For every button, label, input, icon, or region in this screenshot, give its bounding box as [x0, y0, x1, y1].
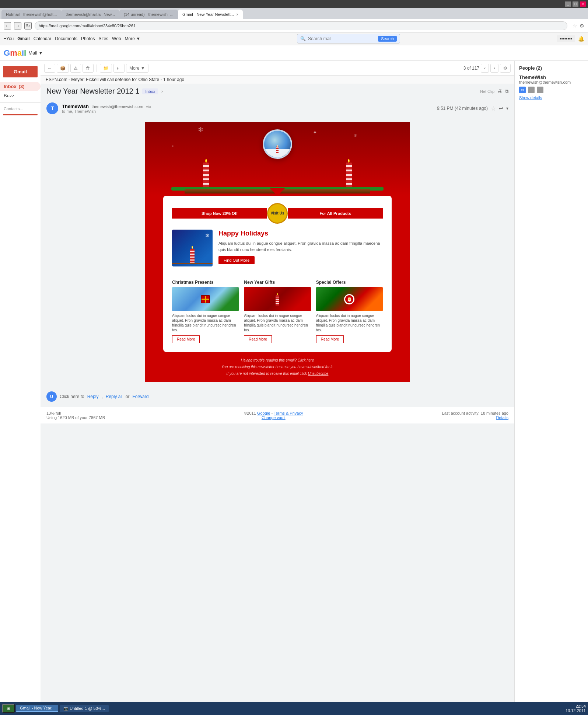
more-link[interactable]: More ▼	[125, 36, 141, 41]
email-tag-close[interactable]: ×	[161, 89, 163, 94]
search-input[interactable]	[308, 36, 376, 41]
section2-read-more-button[interactable]: Read More	[244, 335, 272, 343]
show-details-link[interactable]: Show details	[519, 95, 542, 100]
click-here-link[interactable]: Click here	[298, 358, 314, 362]
contact-icon-chat[interactable]	[528, 87, 535, 93]
reply-link[interactable]: Reply	[87, 394, 99, 399]
back-to-inbox-button[interactable]: ←	[44, 64, 55, 73]
delete-button[interactable]: 🗑	[83, 64, 94, 73]
sender-via: via	[146, 104, 151, 109]
url-bar[interactable]: https://mail.google.com/mail/#inbox/234c…	[35, 21, 567, 30]
tab-close-icon[interactable]: ×	[236, 13, 238, 17]
more-button[interactable]: More ▼	[126, 64, 148, 73]
find-out-more-button[interactable]: Find Out More	[218, 256, 255, 264]
taskbar-gmail-item[interactable]: Gmail - New Year...	[16, 705, 58, 712]
browser-tab-2[interactable]: themewish@mail.ru: New...	[61, 10, 119, 19]
happy-holidays-title: Happy Holidays	[218, 230, 383, 237]
net-clip-label: Net Clip	[480, 89, 494, 94]
section3-title: Special Offers	[316, 280, 383, 285]
forward-link[interactable]: Forward	[132, 394, 148, 399]
star-button[interactable]: ☆	[491, 105, 496, 112]
taskbar-ps-item[interactable]: 📷 Untitled-1 @ 50%...	[60, 705, 109, 712]
section3-image: 🎅	[316, 287, 383, 311]
sender-to-info[interactable]: to me, ThemeWish	[62, 109, 433, 114]
next-email-button[interactable]: ›	[490, 64, 498, 73]
sender-name-row: ThemeWish themewish@themewish.com via	[62, 104, 433, 109]
back-button[interactable]: ←	[4, 22, 11, 29]
search-button[interactable]: Search	[378, 36, 397, 42]
mail-label: Mail	[28, 50, 37, 56]
contact-name: ThemeWish	[519, 74, 584, 80]
tab-label-3: (14 unread) - themewish -...	[124, 12, 174, 17]
happy-holidays-section: ❄ Happy Holidays Aliqu	[172, 230, 383, 266]
taskbar-clock: 22:34 13.12.2011	[566, 704, 586, 713]
taskbar-ps-label: 📷 Untitled-1 @ 50%...	[63, 706, 105, 711]
wrench-icon[interactable]: ⚙	[580, 23, 584, 29]
notifications-icon[interactable]: 🔔	[578, 36, 584, 42]
photos-link[interactable]: Photos	[81, 36, 95, 41]
browser-tab-4[interactable]: Gmail - New Year Newslett... ×	[178, 10, 243, 19]
contact-icon-mail[interactable]: ✉	[519, 87, 526, 93]
reply-all-link[interactable]: Reply all	[106, 394, 123, 399]
section1-read-more-button[interactable]: Read More	[172, 335, 200, 343]
gmail-footer: 13% full Using 1620 MB of your 7867 MB ©…	[41, 407, 514, 423]
sidebar-item-buzz[interactable]: Buzz	[0, 91, 41, 100]
label-button[interactable]: 🏷	[113, 64, 125, 73]
taskbar-right: 22:34 13.12.2011	[566, 704, 586, 713]
google-link[interactable]: Google	[257, 411, 270, 415]
browser-tab-3[interactable]: (14 unread) - themewish -...	[119, 10, 178, 19]
minimize-btn[interactable]: _	[565, 1, 571, 7]
back-icon: ←	[48, 66, 52, 71]
gmail-main: Gmail Inbox (3) Buzz Contacts... ← 📦 ⚠ 🗑	[0, 61, 588, 715]
details-link[interactable]: Details	[496, 415, 508, 420]
footer-center: ©2011 Google - Terms & Privacy Change va…	[244, 411, 303, 420]
move-button[interactable]: 📁	[100, 64, 112, 73]
more-actions-button[interactable]: ▾	[506, 106, 508, 111]
new-window-button[interactable]: ⧉	[505, 88, 508, 94]
start-button[interactable]: ⊞	[2, 704, 15, 713]
email-timestamp: 9:51 PM (42 minutes ago)	[437, 106, 488, 111]
email-header-section: New Year Newsletter 2012 1 Inbox × Net C…	[41, 84, 514, 99]
contact-icon-video[interactable]	[537, 87, 543, 93]
label-icon: 🏷	[117, 66, 121, 71]
calendar-link[interactable]: Calendar	[34, 36, 52, 41]
maximize-btn[interactable]: □	[573, 1, 578, 7]
spam-button[interactable]: ⚠	[70, 64, 81, 73]
start-icon: ⊞	[7, 706, 10, 711]
print-button[interactable]: 🖨	[497, 88, 502, 94]
terms-link[interactable]: Terms & Privacy	[274, 411, 303, 415]
sidebar-item-inbox[interactable]: Inbox (3)	[0, 82, 41, 91]
plus-you-link[interactable]: +You	[4, 36, 14, 41]
banner-row: Shop Now 20% Off Visit Us For All Produc…	[172, 203, 383, 224]
happy-holidays-body: Aliquam luctus dui in augue congue aliqu…	[218, 240, 383, 252]
prev-email-button[interactable]: ‹	[481, 64, 489, 73]
reload-button[interactable]: ↻	[24, 22, 32, 29]
browser-tab-1[interactable]: Hotmail - themewish@hott...	[1, 10, 61, 19]
documents-link[interactable]: Documents	[55, 36, 77, 41]
compose-button[interactable]: Gmail	[3, 66, 38, 77]
sites-link[interactable]: Sites	[98, 36, 108, 41]
contact-icons-row: ✉	[519, 87, 584, 93]
snowflake-icon: ❄	[205, 233, 210, 238]
settings-button[interactable]: ⚙	[500, 64, 511, 73]
user-account[interactable]: ▪▪▪▪▪▪▪▪	[557, 35, 575, 42]
mail-dropdown[interactable]: ▼	[39, 51, 43, 55]
web-link[interactable]: Web	[112, 36, 121, 41]
reply-button[interactable]: ↩	[499, 105, 503, 111]
unsubscribe-link[interactable]: Unsubscribe	[308, 372, 329, 376]
gmail-link[interactable]: Gmail	[17, 36, 29, 41]
gmail-header: Gmail Mail ▼	[0, 45, 588, 61]
clock-date: 13.12.2011	[566, 708, 586, 713]
sidebar-section-label: Contacts...	[0, 105, 41, 112]
forward-button[interactable]: →	[14, 22, 21, 29]
reply-comma: ,	[101, 394, 102, 399]
banner-center-button[interactable]: Visit Us	[267, 203, 288, 224]
close-btn[interactable]: ×	[580, 1, 586, 7]
archive-button[interactable]: 📦	[57, 64, 69, 73]
section3-read-more-button[interactable]: Read More	[316, 335, 344, 343]
newsletter-scroll-wrapper: Shop Now 20% Off Visit Us For All Produc…	[145, 196, 410, 352]
storage-detail: Using 1620 MB of your 7867 MB	[46, 415, 105, 420]
storage-info: 13% full Using 1620 MB of your 7867 MB	[46, 411, 105, 420]
change-vault-link[interactable]: Change vault	[262, 415, 286, 420]
bookmark-icon[interactable]: ☆	[573, 23, 577, 29]
